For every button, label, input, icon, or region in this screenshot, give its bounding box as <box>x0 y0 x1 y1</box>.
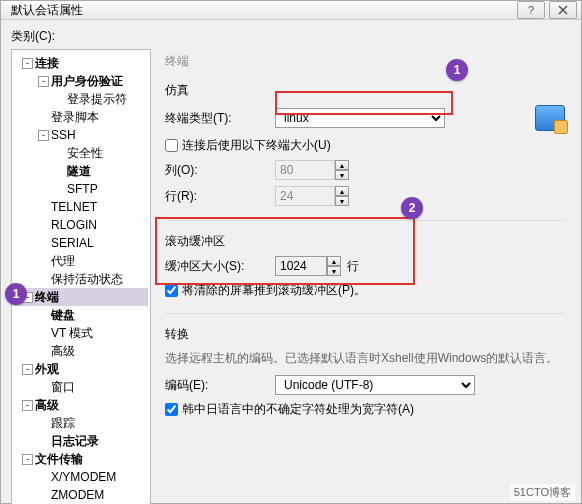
tree-item-keepalive[interactable]: 保持活动状态 <box>14 270 148 288</box>
tree-item-xymodem[interactable]: X/YMODEM <box>14 468 148 486</box>
watermark: 51CTO博客 <box>510 484 575 501</box>
buffer-size-value[interactable]: 1024 <box>275 256 327 276</box>
rows-row: 行(R): 24 ▲▼ <box>165 186 565 206</box>
tree-item-rlogin[interactable]: RLOGIN <box>14 216 148 234</box>
tree-item-logging[interactable]: 日志记录 <box>14 432 148 450</box>
terminal-icon[interactable] <box>535 105 565 131</box>
divider <box>165 313 565 314</box>
collapse-icon[interactable]: - <box>38 130 49 141</box>
close-button[interactable] <box>549 1 577 19</box>
divider <box>165 220 565 221</box>
close-icon <box>558 5 568 15</box>
tree-item-login-script[interactable]: 登录脚本 <box>14 108 148 126</box>
tree-item-advanced[interactable]: 高级 <box>14 342 148 360</box>
spin-up-icon[interactable]: ▲ <box>327 256 341 266</box>
category-label: 类别(C): <box>11 28 571 45</box>
tree-item-appearance[interactable]: -外观 <box>14 360 148 378</box>
encoding-label: 编码(E): <box>165 377 275 394</box>
emulation-title: 仿真 <box>165 82 565 99</box>
tree-item-sftp[interactable]: SFTP <box>14 180 148 198</box>
terminal-type-select[interactable]: linux <box>275 108 445 128</box>
cjk-label: 韩中日语言中的不确定字符处理为宽字符(A) <box>182 401 414 418</box>
window-title: 默认会话属性 <box>5 2 513 19</box>
section-title: 终端 <box>165 53 565 70</box>
tree-item-tunnel[interactable]: 隧道 <box>14 162 148 180</box>
conversion-desc: 选择远程主机的编码。已选择默认语言时Xshell使用Windows的默认语言。 <box>165 349 565 367</box>
encoding-row: 编码(E): Unicode (UTF-8) <box>165 375 565 395</box>
tree-item-terminal[interactable]: -终端 <box>14 288 148 306</box>
tree-item-window[interactable]: 窗口 <box>14 378 148 396</box>
tree-item-ssh[interactable]: -SSH <box>14 126 148 144</box>
cols-label: 列(O): <box>165 162 275 179</box>
titlebar: 默认会话属性 ? <box>1 1 581 20</box>
terminal-type-label: 终端类型(T): <box>165 110 275 127</box>
rows-value: 24 <box>275 186 335 206</box>
tree-item-login-prompt[interactable]: 登录提示符 <box>14 90 148 108</box>
use-size-checkbox[interactable] <box>165 139 178 152</box>
tree-item-filetransfer[interactable]: -文件传输 <box>14 450 148 468</box>
cols-value: 80 <box>275 160 335 180</box>
push-clear-checkbox[interactable] <box>165 284 178 297</box>
rows-spinner: 24 ▲▼ <box>275 186 349 206</box>
scrollback-title: 滚动缓冲区 <box>165 233 565 250</box>
buffer-size-row: 缓冲区大小(S): 1024 ▲▼ 行 <box>165 256 565 276</box>
push-clear-label: 将清除的屏幕推到滚动缓冲区(P)。 <box>182 282 366 299</box>
tree-item-vtmode[interactable]: VT 模式 <box>14 324 148 342</box>
conversion-title: 转换 <box>165 326 565 343</box>
help-button[interactable]: ? <box>517 1 545 19</box>
collapse-icon[interactable]: - <box>22 58 33 69</box>
collapse-icon[interactable]: - <box>22 400 33 411</box>
dialog-body: 类别(C): -连接 -用户身份验证 登录提示符 登录脚本 -SSH 安全性 隧… <box>1 20 581 504</box>
category-tree[interactable]: -连接 -用户身份验证 登录提示符 登录脚本 -SSH 安全性 隧道 SFTP … <box>11 49 151 504</box>
push-clear-row: 将清除的屏幕推到滚动缓冲区(P)。 <box>165 282 565 299</box>
split-pane: -连接 -用户身份验证 登录提示符 登录脚本 -SSH 安全性 隧道 SFTP … <box>11 49 571 504</box>
callout-tree: 1 <box>5 283 27 305</box>
tree-item-telnet[interactable]: TELNET <box>14 198 148 216</box>
rows-label: 行(R): <box>165 188 275 205</box>
tree-item-serial[interactable]: SERIAL <box>14 234 148 252</box>
tree-item-keyboard[interactable]: 键盘 <box>14 306 148 324</box>
use-size-row: 连接后使用以下终端大小(U) <box>165 137 565 154</box>
cjk-row: 韩中日语言中的不确定字符处理为宽字符(A) <box>165 401 565 418</box>
tree-item-advanced2[interactable]: -高级 <box>14 396 148 414</box>
dialog-window: 默认会话属性 ? 类别(C): -连接 -用户身份验证 登录提示符 登录脚本 -… <box>0 0 582 504</box>
buffer-size-spinner[interactable]: 1024 ▲▼ <box>275 256 341 276</box>
buffer-size-unit: 行 <box>347 258 359 275</box>
spin-down-icon[interactable]: ▼ <box>327 266 341 276</box>
collapse-icon[interactable]: - <box>22 454 33 465</box>
tree-item-security[interactable]: 安全性 <box>14 144 148 162</box>
encoding-select[interactable]: Unicode (UTF-8) <box>275 375 475 395</box>
cols-row: 列(O): 80 ▲▼ <box>165 160 565 180</box>
tree-item-zmodem[interactable]: ZMODEM <box>14 486 148 504</box>
tree-item-user-auth[interactable]: -用户身份验证 <box>14 72 148 90</box>
content-pane: 终端 仿真 终端类型(T): linux 连接后使用以下终端大小(U) 列(O)… <box>159 49 571 504</box>
spin-up-icon: ▲ <box>335 186 349 196</box>
use-size-label: 连接后使用以下终端大小(U) <box>182 137 331 154</box>
collapse-icon[interactable]: - <box>38 76 49 87</box>
cjk-checkbox[interactable] <box>165 403 178 416</box>
spin-up-icon: ▲ <box>335 160 349 170</box>
tree-item-trace[interactable]: 跟踪 <box>14 414 148 432</box>
spin-down-icon: ▼ <box>335 170 349 180</box>
spin-down-icon: ▼ <box>335 196 349 206</box>
tree-item-connection[interactable]: -连接 <box>14 54 148 72</box>
buffer-size-label: 缓冲区大小(S): <box>165 258 275 275</box>
tree-item-proxy[interactable]: 代理 <box>14 252 148 270</box>
callout-2: 2 <box>401 197 423 219</box>
callout-1: 1 <box>446 59 468 81</box>
cols-spinner: 80 ▲▼ <box>275 160 349 180</box>
collapse-icon[interactable]: - <box>22 364 33 375</box>
terminal-type-row: 终端类型(T): linux <box>165 105 565 131</box>
